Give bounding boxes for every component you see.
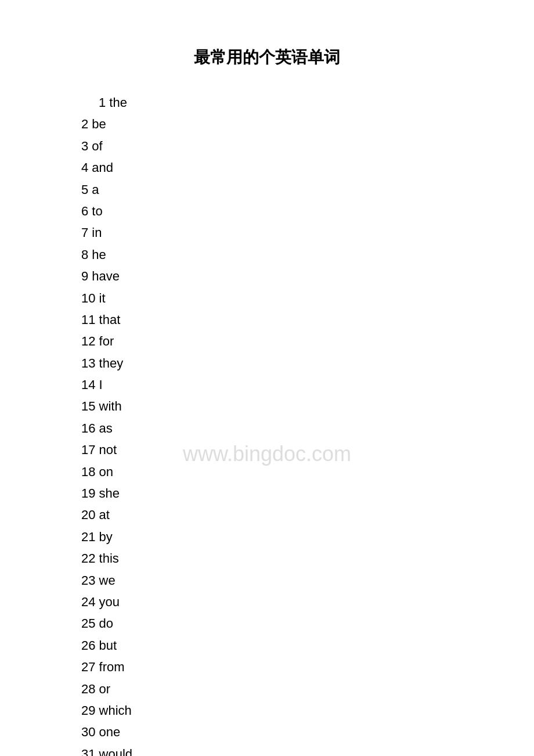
list-item: 22 this	[81, 548, 499, 569]
list-item: 12 for	[81, 330, 499, 352]
list-item: 16 as	[81, 417, 499, 439]
list-item: 6 to	[81, 200, 499, 222]
list-item: 28 or	[81, 678, 499, 700]
list-item: 30 one	[81, 721, 499, 743]
list-item: 10 it	[81, 287, 499, 309]
list-item: 3 of	[81, 135, 499, 157]
list-item: 27 from	[81, 656, 499, 678]
page-title: 最常用的个英语单词	[35, 46, 499, 69]
list-item: 20 at	[81, 504, 499, 525]
list-item: 23 we	[81, 570, 499, 591]
list-item: 9 have	[81, 265, 499, 287]
list-item: 15 with	[81, 395, 499, 417]
list-item: 24 you	[81, 591, 499, 613]
word-list: 1 the2 be3 of4 and5 a6 to7 in8 he9 have1…	[81, 92, 499, 756]
list-item: 13 they	[81, 352, 499, 374]
list-item: 8 he	[81, 244, 499, 265]
list-item: 17 not	[81, 439, 499, 460]
list-item: 29 which	[81, 700, 499, 721]
list-item: 4 and	[81, 157, 499, 178]
list-item: 25 do	[81, 613, 499, 634]
list-item: 31 would	[81, 743, 499, 756]
list-item: 14 I	[81, 374, 499, 395]
list-item: 11 that	[81, 309, 499, 330]
list-item: 19 she	[81, 483, 499, 504]
page: 最常用的个英语单词 www.bingdoc.com 1 the2 be3 of4…	[0, 0, 534, 756]
list-item: 18 on	[81, 461, 499, 483]
list-item: 1 the	[81, 92, 499, 113]
list-item: 21 by	[81, 526, 499, 548]
list-item: 2 be	[81, 113, 499, 135]
list-item: 7 in	[81, 222, 499, 243]
list-item: 26 but	[81, 635, 499, 656]
list-item: 5 a	[81, 179, 499, 200]
